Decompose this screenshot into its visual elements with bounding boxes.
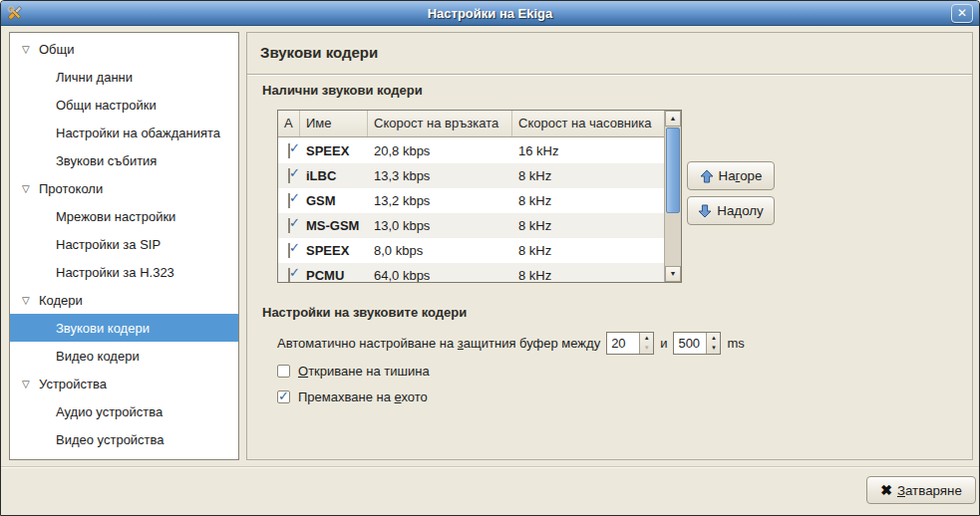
codec-checkbox[interactable] <box>288 218 290 233</box>
jitter-max-value[interactable]: 500 <box>674 333 706 354</box>
sidebar-item-label: Общи <box>39 42 75 57</box>
move-up-button[interactable]: Нагоре <box>687 161 775 190</box>
close-button-label: Затваряне <box>897 483 962 498</box>
codec-row[interactable]: SPEEX 20,8 kbps 16 kHz <box>278 138 664 163</box>
available-codecs-label: Налични звукови кодери <box>262 83 423 98</box>
codec-rows: SPEEX 20,8 kbps 16 kHz iLBC 13,3 kbps 8 … <box>278 138 664 282</box>
silence-detection-label: Откриване на тишина <box>298 364 430 379</box>
audio-codecs-panel: Звукови кодери Налични звукови кодери A … <box>246 32 973 460</box>
codec-row[interactable]: GSM 13,2 kbps 8 kHz <box>278 188 664 213</box>
codec-settings-label: Настройки на звуковите кодери <box>262 305 467 320</box>
footer-divider <box>1 466 979 468</box>
sidebar-item[interactable]: ▽ Настройки за H.323 <box>10 258 238 286</box>
window-title: Настройки на Ekiga <box>1 6 979 21</box>
spin-up-icon[interactable]: ▲ <box>640 333 653 344</box>
codec-row[interactable]: MS-GSM 13,0 kbps 8 kHz <box>278 213 664 238</box>
sidebar-item-label: Видео устройства <box>56 432 164 447</box>
scroll-up-icon[interactable]: ▲ <box>665 111 681 127</box>
sidebar-item[interactable]: ▽ Протоколи <box>10 174 238 202</box>
sidebar-item[interactable]: ▽ Устройства <box>10 370 238 397</box>
sidebar-item[interactable]: ▽ Звукови събития <box>10 146 238 174</box>
spinner-arrows[interactable]: ▲▼ <box>706 333 720 354</box>
preferences-window: Настройки на Ekiga ✕ ▽ Общи ▽ Лични данн… <box>0 0 980 516</box>
codec-name: PCMU <box>300 268 368 282</box>
column-header-name[interactable]: Име <box>300 111 368 136</box>
column-header-clockrate[interactable]: Скорост на часовника <box>512 111 664 136</box>
spin-down-icon[interactable]: ▼ <box>640 343 653 354</box>
sidebar-item-label: Аудио устройства <box>56 404 163 419</box>
sidebar-item[interactable]: ▽ Настройки за SIP <box>10 230 238 258</box>
sidebar-item[interactable]: ▽ Настройки на обажданията <box>10 119 238 146</box>
codec-checkbox[interactable] <box>288 268 290 282</box>
sidebar-item[interactable]: ▽ Аудио устройства <box>10 397 238 425</box>
jitter-min-value[interactable]: 20 <box>607 333 639 354</box>
silence-detection-option[interactable]: Откриване на тишина <box>277 364 430 379</box>
spinner-arrows[interactable]: ▲▼ <box>639 333 653 354</box>
sidebar-item[interactable]: ▽ Общи <box>10 35 238 63</box>
codec-clock: 8 kHz <box>512 243 664 258</box>
sidebar-item-label: Звукови кодери <box>56 321 150 336</box>
move-up-label: Нагоре <box>719 168 763 183</box>
move-down-button[interactable]: Надолу <box>687 196 775 225</box>
codec-clock: 8 kHz <box>512 193 664 208</box>
codec-clock: 8 kHz <box>512 268 664 282</box>
sidebar-item-label: Общи настройки <box>56 98 157 113</box>
column-header-active[interactable]: A <box>278 111 300 136</box>
codec-checkbox[interactable] <box>288 193 290 208</box>
expander-triangle-icon[interactable]: ▽ <box>22 378 35 390</box>
titlebar[interactable]: Настройки на Ekiga ✕ <box>1 1 979 26</box>
codec-clock: 8 kHz <box>512 218 664 233</box>
sidebar-item[interactable]: ▽ Мрежови настройки <box>10 202 238 230</box>
jitter-max-spinner[interactable]: 500 ▲▼ <box>673 332 721 355</box>
echo-cancellation-option[interactable]: Премахване на ехото <box>277 389 428 404</box>
codec-bitrate: 13,0 kbps <box>368 218 512 233</box>
jitter-connector-label: и <box>660 336 667 351</box>
codec-bitrate: 64,0 kbps <box>368 268 512 282</box>
move-down-label: Надолу <box>717 203 763 218</box>
codec-row[interactable]: SPEEX 8,0 kbps 8 kHz <box>278 238 664 263</box>
sidebar-item-label: Протоколи <box>39 181 103 196</box>
codec-name: SPEEX <box>300 143 368 158</box>
expander-triangle-icon[interactable]: ▽ <box>22 294 35 307</box>
sidebar-item-label: Лични данни <box>56 70 133 85</box>
down-arrow-icon <box>698 204 712 218</box>
sidebar-item[interactable]: ▽ Общи настройки <box>10 91 238 119</box>
close-button[interactable]: ✖ Затваряне <box>866 476 976 504</box>
codec-table: A Име Скорост на връзката Скорост на час… <box>277 110 682 283</box>
sidebar-item[interactable]: ▽ Видео устройства <box>10 425 238 453</box>
sidebar-item-label: Устройства <box>39 377 107 391</box>
scrollbar-thumb[interactable] <box>666 128 680 213</box>
jitter-buffer-row: Автоматично настройване на защитния буфе… <box>277 331 745 355</box>
codec-bitrate: 13,3 kbps <box>368 168 512 183</box>
codec-name: MS-GSM <box>300 218 368 233</box>
sidebar-item-label: Кодери <box>39 293 83 308</box>
codec-bitrate: 8,0 kbps <box>368 243 512 258</box>
codec-checkbox[interactable] <box>288 168 290 183</box>
jitter-min-spinner[interactable]: 20 ▲▼ <box>606 332 654 355</box>
spin-up-icon[interactable]: ▲ <box>707 333 720 344</box>
codec-clock: 16 kHz <box>512 143 664 158</box>
page-title: Звукови кодери <box>260 44 378 61</box>
echo-cancellation-checkbox[interactable] <box>277 390 290 403</box>
expander-triangle-icon[interactable]: ▽ <box>22 182 35 195</box>
sidebar-item[interactable]: ▽ Лични данни <box>10 63 238 91</box>
codec-checkbox[interactable] <box>288 143 290 158</box>
column-header-bitrate[interactable]: Скорост на връзката <box>368 111 512 136</box>
window-close-icon[interactable]: ✕ <box>951 4 973 23</box>
sidebar-item[interactable]: ▽ Звукови кодери <box>10 314 238 342</box>
codec-checkbox[interactable] <box>288 243 290 258</box>
sidebar-item[interactable]: ▽ Кодери <box>10 286 238 314</box>
codec-row[interactable]: PCMU 64,0 kbps 8 kHz <box>278 263 664 282</box>
expander-triangle-icon[interactable]: ▽ <box>22 43 35 56</box>
sidebar-item[interactable]: ▽ Видео кодери <box>10 342 238 370</box>
codec-row[interactable]: iLBC 13,3 kbps 8 kHz <box>278 163 664 188</box>
codec-bitrate: 13,2 kbps <box>368 193 512 208</box>
silence-detection-checkbox[interactable] <box>277 365 290 378</box>
scroll-down-icon[interactable]: ▼ <box>665 266 681 282</box>
sidebar-item-label: Настройки на обажданията <box>56 126 220 140</box>
jitter-unit-label: ms <box>727 336 744 351</box>
sidebar-tree: ▽ Общи ▽ Лични данни ▽ Общи настройки ▽ … <box>9 32 239 460</box>
codec-name: GSM <box>300 193 368 208</box>
spin-down-icon[interactable]: ▼ <box>707 343 720 354</box>
vertical-scrollbar[interactable]: ▲ ▼ <box>664 111 681 282</box>
